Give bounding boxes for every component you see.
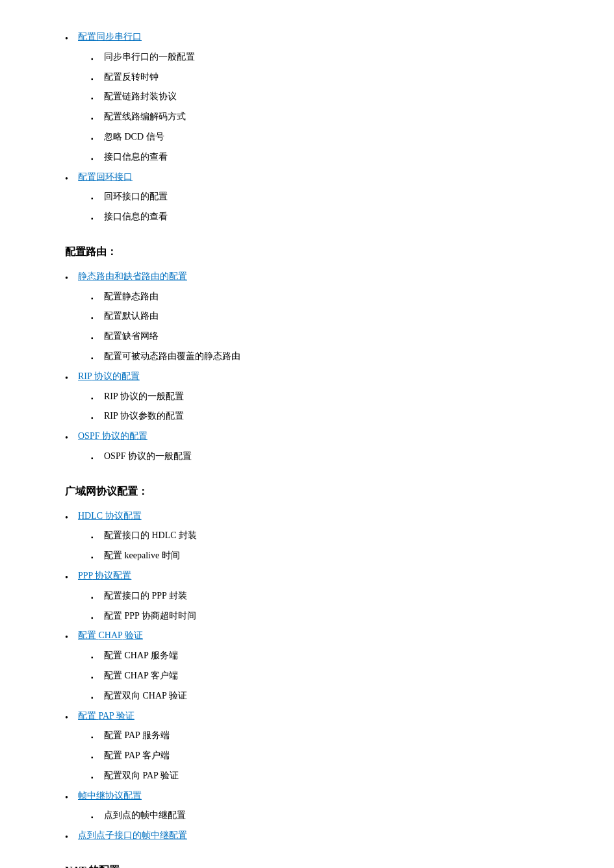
list-item: 配置同步串行口 <box>65 29 562 47</box>
item-text: 配置接口的 PPP 封装 <box>104 588 187 604</box>
bullet-icon <box>91 807 104 826</box>
bullet-icon <box>65 787 78 806</box>
bullet-icon <box>91 69 104 88</box>
bullet-icon <box>65 508 78 527</box>
link-suffix: 协议配置 <box>103 511 142 521</box>
item-text: 同步串行口的一般配置 <box>104 49 195 65</box>
list-item: 同步串行口的一般配置 <box>65 49 562 68</box>
item-text: 点到点的帧中继配置 <box>104 807 186 823</box>
bullet-icon <box>65 708 78 726</box>
bullet-icon <box>65 169 78 188</box>
link-prefix: PPP <box>78 571 93 580</box>
list-item: 配置可被动态路由覆盖的静态路由 <box>65 348 562 367</box>
list-item: 配置线路编解码方式 <box>65 108 562 127</box>
list-item: 配置双向 PAP 验证 <box>65 767 562 786</box>
section-heading-nat: NAT 的配置： <box>65 862 562 868</box>
bullet-icon <box>65 827 78 846</box>
bullet-icon <box>91 129 104 147</box>
item-text: 配置线路编解码方式 <box>104 108 186 125</box>
page-content: 配置同步串行口 同步串行口的一般配置 配置反转时钟 配置链路封装协议 配置线路编… <box>65 29 562 868</box>
item-text: 配置反转时钟 <box>104 69 159 85</box>
list-item: 接口信息的查看 <box>65 149 562 167</box>
list-item: 配置 PAP 客户端 <box>65 747 562 766</box>
bullet-icon <box>91 608 104 626</box>
bullet-icon <box>91 388 104 407</box>
link-part2: 验证 <box>114 711 134 721</box>
link-text[interactable]: OSPF 协议的配置 <box>78 428 147 444</box>
list-item: 静态路由和缺省路由的配置 <box>65 268 562 287</box>
bullet-icon <box>91 188 104 207</box>
item-text: 配置默认路由 <box>104 308 159 324</box>
list-item: 配置 CHAP 验证 <box>65 627 562 646</box>
bullet-icon <box>91 88 104 107</box>
list-item: 配置缺省网络 <box>65 328 562 347</box>
list-section-0: 配置同步串行口 同步串行口的一般配置 配置反转时钟 配置链路封装协议 配置线路编… <box>65 29 562 227</box>
bullet-icon <box>91 348 104 367</box>
bullet-icon <box>91 747 104 766</box>
item-text: 接口信息的查看 <box>104 149 168 165</box>
bullet-icon <box>65 368 78 387</box>
list-item: 配置 CHAP 服务端 <box>65 647 562 666</box>
bullet-icon <box>91 588 104 606</box>
item-text: 配置缺省网络 <box>104 328 159 344</box>
link-text[interactable]: 帧中继协议配置 <box>78 787 142 804</box>
link-text[interactable]: 配置同步串行口 <box>78 29 142 45</box>
bullet-icon <box>65 627 78 646</box>
list-item: OSPF 协议的配置 <box>65 428 562 447</box>
list-item: OSPF 协议的一般配置 <box>65 448 562 467</box>
bullet-icon <box>65 268 78 287</box>
list-item: 配置接口的 PPP 封装 <box>65 588 562 606</box>
list-item: RIP 协议的配置 <box>65 368 562 387</box>
item-text: 配置 keepalive 时间 <box>104 547 180 564</box>
link-prefix: OSPF <box>78 431 99 441</box>
list-item: RIP 协议的一般配置 <box>65 388 562 407</box>
link-text[interactable]: 配置回环接口 <box>78 169 133 185</box>
bullet-icon <box>65 567 78 586</box>
list-item: PPP 协议配置 <box>65 567 562 586</box>
item-text: 配置静态路由 <box>104 288 159 304</box>
list-item: 配置静态路由 <box>65 288 562 307</box>
link-pap: PAP <box>99 711 114 721</box>
link-suffix: 协议的配置 <box>99 431 147 441</box>
section-heading-routing: 配置路由： <box>65 243 562 262</box>
link-text[interactable]: 配置 CHAP 验证 <box>78 627 143 643</box>
link-text[interactable]: HDLC 协议配置 <box>78 508 142 524</box>
list-item: RIP 协议参数的配置 <box>65 408 562 427</box>
list-item: 点到点子接口的帧中继配置 <box>65 827 562 846</box>
link-suffix: 协议的配置 <box>92 371 140 381</box>
bullet-icon <box>91 647 104 666</box>
list-section-routing: 静态路由和缺省路由的配置 配置静态路由 配置默认路由 配置缺省网络 配置可被动态… <box>65 268 562 467</box>
link-prefix: RIP <box>78 371 92 381</box>
item-text: 配置 PPP 协商超时时间 <box>104 608 196 624</box>
item-text: RIP 协议的一般配置 <box>104 388 184 404</box>
bullet-icon <box>91 408 104 427</box>
bullet-icon <box>91 727 104 746</box>
item-text: 回环接口的配置 <box>104 188 168 205</box>
list-item: 配置 PAP 服务端 <box>65 727 562 746</box>
list-item: 帧中继协议配置 <box>65 787 562 806</box>
list-item: 配置反转时钟 <box>65 69 562 88</box>
link-text[interactable]: 配置 PAP 验证 <box>78 708 134 724</box>
bullet-icon <box>91 547 104 566</box>
link-part2: 验证 <box>122 630 143 640</box>
link-part1: 配置 <box>78 630 99 640</box>
link-text[interactable]: RIP 协议的配置 <box>78 368 140 384</box>
list-item: HDLC 协议配置 <box>65 508 562 527</box>
item-text: 配置 PAP 服务端 <box>104 727 170 743</box>
item-text: 配置 PAP 客户端 <box>104 747 170 763</box>
link-text[interactable]: 点到点子接口的帧中继配置 <box>78 827 187 843</box>
list-item: 配置默认路由 <box>65 308 562 327</box>
bullet-icon <box>91 667 104 686</box>
item-text: 接口信息的查看 <box>104 208 168 225</box>
link-text[interactable]: 静态路由和缺省路由的配置 <box>78 268 187 284</box>
bullet-icon <box>91 208 104 227</box>
bullet-icon <box>91 308 104 327</box>
bullet-icon <box>91 49 104 68</box>
list-item: 配置回环接口 <box>65 169 562 188</box>
item-text: 忽略 DCD 信号 <box>104 129 164 145</box>
bullet-icon <box>65 428 78 447</box>
item-text: 配置双向 CHAP 验证 <box>104 688 187 704</box>
link-text[interactable]: PPP 协议配置 <box>78 567 131 584</box>
link-part1: 配置 <box>78 711 99 721</box>
list-item: 忽略 DCD 信号 <box>65 129 562 147</box>
